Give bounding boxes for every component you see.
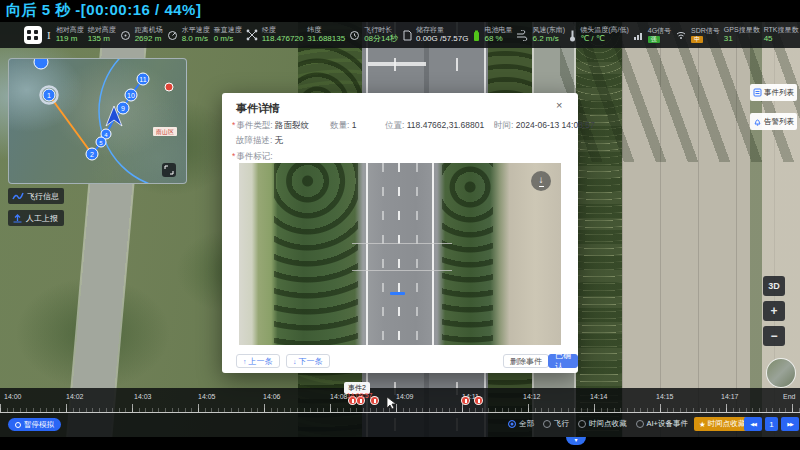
app-root: 向后 5 秒 -[00:00:16 / 44%] I 相对高度119 m 绝对高… [0, 0, 800, 450]
metric-lens-temperature: 镜头温度(高/低)℃ / ℃ [580, 26, 629, 45]
confirm-label: 已确认 [555, 350, 571, 372]
previous-item-label: 上一条 [249, 356, 273, 367]
field-value: 118.47662,31.68801 [407, 120, 484, 130]
next-item-button[interactable]: ↓下一条 [286, 354, 330, 368]
filter-ai-device-events[interactable]: AI+设备事件 [636, 419, 688, 429]
radio-icon [578, 420, 586, 428]
timeline-ticks [0, 404, 800, 412]
metric-label: 储存容量 [416, 26, 468, 35]
minimap-overlay: 1 2 4 5 9 10 11 雨山区 [9, 59, 186, 183]
metric-gps-satellites: GPS搜星数31 [724, 26, 760, 45]
playback-controls-bar: 暂停模拟 全部 飞行 时间点收藏 AI+设备事件 人工上报事件 ★ 时间点收藏 … [0, 413, 800, 437]
confirm-button[interactable]: 已确认 [548, 354, 578, 368]
filter-all[interactable]: 全部 [508, 419, 534, 429]
waypoint-10[interactable]: 10 [127, 92, 135, 99]
timeline-tick-label: 14:17 [721, 393, 739, 400]
manual-report-label: 人工上报 [26, 213, 58, 224]
view-3d-button[interactable]: 3D [763, 276, 785, 296]
delete-event-button[interactable]: 删除事件 [503, 354, 549, 368]
expand-view-button[interactable] [24, 26, 42, 44]
metric-absolute-altitude: 绝对高度135 m [88, 26, 116, 45]
metric-relative-altitude: 相对高度119 m [56, 26, 84, 45]
ibeam-icon: I [46, 29, 52, 41]
route-icon [12, 191, 24, 201]
previous-item-button[interactable]: ↑上一条 [236, 354, 280, 368]
metric-value: 31.688135 [307, 34, 345, 44]
event-pin[interactable] [461, 396, 470, 405]
zoom-in-button[interactable]: + [763, 301, 785, 321]
photo-trees-right [442, 163, 494, 345]
target-icon [120, 30, 131, 41]
view-3d-label: 3D [768, 281, 780, 291]
manual-report-button[interactable]: 人工上报 [8, 210, 64, 226]
road-stop-line [368, 62, 426, 66]
metric-horizontal-speed: 水平速度8.0 m/s [182, 26, 210, 45]
close-icon[interactable]: × [556, 99, 562, 111]
pagination-prev-button[interactable]: ◀◀ [744, 417, 762, 431]
timeline-tick-label: 14:06 [263, 393, 281, 400]
waypoint-1[interactable]: 1 [47, 92, 51, 99]
telemetry-bar: I 相对高度119 m 绝对高度135 m 距离机场2692 m 水平速度8.0… [0, 22, 800, 48]
event-detail-modal: 事件详情 × *事件类型: 路面裂纹 数量: 1 位置: 118.47662,3… [222, 93, 578, 373]
alarm-list-button[interactable]: 告警列表 [750, 113, 797, 130]
photo-road-edge [432, 163, 434, 345]
field-count: 数量: 1 [330, 120, 356, 132]
favorite-timepoint-button[interactable]: ★ 时间点收藏 [694, 417, 750, 431]
filter-label: 全部 [519, 419, 534, 429]
event-list-button[interactable]: 事件列表 [750, 84, 797, 101]
metric-longitude: 经度118.476720 [262, 26, 304, 45]
district-label: 雨山区 [156, 128, 174, 135]
timeline-tick-label: 14:12 [523, 393, 541, 400]
photo-road-edge [366, 163, 368, 345]
down-arrow-icon: ↓ [293, 358, 297, 365]
zoom-out-button[interactable]: − [763, 326, 785, 346]
event-list-label: 事件列表 [764, 88, 794, 98]
up-arrow-icon: ↑ [243, 358, 247, 365]
radio-icon [543, 420, 551, 428]
metric-value: 119 m [56, 34, 84, 44]
radio-icon [508, 420, 516, 428]
filter-flight[interactable]: 飞行 [543, 419, 569, 429]
event-photo[interactable]: ↓ [239, 163, 561, 345]
crack-annotation [390, 292, 405, 295]
field-position: 位置: 118.47662,31.68801 [385, 120, 484, 132]
timeline-tick-label: 14:05 [198, 393, 216, 400]
filter-label: 飞行 [554, 419, 569, 429]
waypoint-11[interactable]: 11 [139, 76, 146, 83]
timeline[interactable]: 14:00 14:02 14:03 14:05 14:06 14:08 14:0… [0, 388, 800, 413]
pause-simulation-button[interactable]: 暂停模拟 [8, 418, 61, 431]
timeline-tick-label: 14:02 [66, 393, 84, 400]
mouse-cursor [386, 396, 398, 410]
metric-value: 0.00G /57.57G [416, 34, 468, 44]
gauge-icon [167, 30, 178, 41]
drone-icon [246, 29, 258, 41]
field-value: 无 [275, 135, 284, 145]
modal-title: 事件详情 [236, 101, 280, 116]
pagination-next-button[interactable]: ▶▶ [781, 417, 799, 431]
waypoint-2[interactable]: 2 [90, 151, 94, 158]
photo-road-dash [398, 163, 400, 345]
photo-lamp-post [352, 270, 452, 271]
flight-info-button[interactable]: 飞行信息 [8, 188, 64, 204]
download-button[interactable]: ↓ [531, 171, 551, 191]
pause-icon [15, 422, 21, 428]
metric-sdr-signal: SDR信号中 [691, 27, 720, 43]
collapse-timeline-handle[interactable]: ▾ [566, 437, 586, 445]
waypoint-9[interactable]: 9 [121, 105, 125, 112]
wifi-icon [675, 30, 687, 40]
metric-value: 31 [724, 34, 760, 44]
minimap[interactable]: 1 2 4 5 9 10 11 雨山区 [8, 58, 187, 184]
timeline-tick-label: 14:03 [134, 393, 152, 400]
bell-icon [753, 117, 762, 126]
metric-latitude: 纬度31.688135 [307, 26, 345, 45]
field-time: 时间: 2024-06-13 14:08:57 [494, 120, 595, 132]
delete-event-label: 删除事件 [510, 356, 542, 367]
pagination-current-page[interactable]: 1 [765, 417, 778, 431]
event-pin[interactable] [474, 396, 483, 405]
metric-flight-duration: 飞行时长08分14秒 [364, 26, 398, 45]
metric-label: 经度 [262, 26, 304, 35]
filter-time-favorites[interactable]: 时间点收藏 [578, 419, 627, 429]
field-label: 事件标记: [236, 151, 272, 161]
minimap-expand-icon[interactable] [162, 163, 176, 177]
map-toggle-thumbnail[interactable] [766, 358, 796, 388]
